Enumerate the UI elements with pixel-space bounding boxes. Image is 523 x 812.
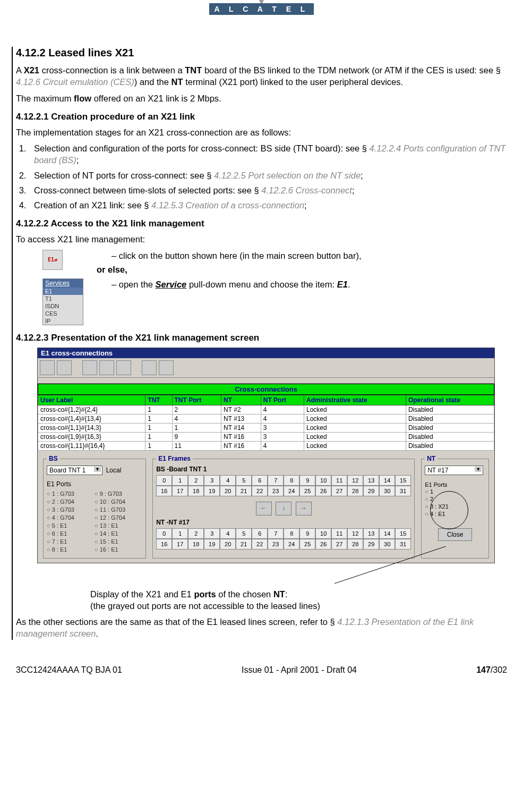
bs-legend: BS	[47, 455, 60, 462]
timeslot-cell[interactable]: 27	[331, 486, 347, 496]
timeslot-cell[interactable]: 15	[395, 475, 411, 486]
section-4-12-2-1-title: 4.12.2.1 Creation procedure of an X21 li…	[16, 112, 507, 122]
bs-port-radio[interactable]: 9 : G703	[95, 490, 142, 498]
toolbar-button[interactable]	[57, 360, 72, 375]
timeslot-cell[interactable]: 24	[284, 486, 299, 496]
timeslot-cell[interactable]: 13	[363, 475, 379, 486]
timeslot-cell[interactable]: 19	[204, 486, 220, 496]
bs-board-select[interactable]: Board TNT 1	[47, 466, 102, 475]
timeslot-cell[interactable]: 29	[363, 486, 379, 496]
timeslot-cell[interactable]: 13	[363, 528, 379, 539]
timeslot-cell[interactable]: 10	[315, 528, 331, 539]
bs-port-radio[interactable]: 4 : G704	[47, 514, 95, 522]
bs-port-radio[interactable]: 3 : G703	[47, 506, 95, 514]
timeslot-cell[interactable]: 26	[315, 486, 331, 496]
close-button[interactable]: Close	[438, 528, 473, 541]
nt-port-radio[interactable]: 1	[425, 488, 485, 495]
toolbar-button[interactable]	[40, 360, 55, 375]
timeslot-cell[interactable]: 25	[299, 486, 315, 496]
timeslot-cell[interactable]: 11	[331, 475, 347, 486]
timeslot-cell[interactable]: 6	[252, 528, 268, 539]
bs-port-radio[interactable]: 2 : G704	[47, 498, 95, 506]
e1-nt-label: NT -NT #17	[156, 519, 411, 526]
timeslot-cell[interactable]: 3	[204, 475, 220, 486]
bs-port-radio[interactable]: 5 : E1	[47, 522, 95, 530]
nt-panel: NT NT #17 E1 Ports 123 : X214 : E1 Close	[421, 455, 489, 559]
timeslot-cell[interactable]: 8	[284, 475, 299, 486]
nt-select[interactable]: NT #17	[425, 466, 483, 475]
timeslot-cell[interactable]: 21	[236, 486, 252, 496]
page-total: /302	[491, 665, 507, 674]
nt-port-radio[interactable]: 3 : X21	[425, 503, 485, 510]
arrow-left-button[interactable]: ←	[256, 502, 272, 515]
bs-port-radio[interactable]: 15 : E1	[95, 538, 142, 546]
footer-right: 147/302	[476, 665, 507, 675]
bs-local-label: Local	[106, 467, 122, 474]
timeslot-cell[interactable]: 4	[220, 528, 236, 539]
timeslot-cell[interactable]: 1	[172, 475, 188, 486]
timeslot-cell[interactable]: 14	[379, 475, 395, 486]
timeslot-cell[interactable]: 18	[188, 486, 204, 496]
table-cell: 4	[261, 415, 304, 424]
step-3: Cross-connect between time-slots of sele…	[29, 184, 507, 196]
para-flow: The maximum flow offered on an X21 link …	[16, 92, 507, 104]
timeslot-cell[interactable]: 8	[284, 528, 299, 539]
timeslot-cell[interactable]: 30	[379, 486, 395, 496]
table-cell: Locked	[304, 415, 406, 424]
table-row[interactable]: cross-co#{1,11}#{16,4}111NT #164LockedDi…	[38, 442, 494, 451]
toolbar-button[interactable]	[142, 360, 157, 375]
bs-port-radio[interactable]: 14 : E1	[95, 530, 142, 538]
timeslot-cell[interactable]: 9	[299, 528, 315, 539]
table-row[interactable]: cross-co#{1,4}#{13,4}14NT #134LockedDisa…	[38, 415, 494, 424]
timeslot-cell[interactable]: 31	[395, 486, 411, 496]
timeslot-cell[interactable]: 17	[172, 486, 188, 496]
nt-port-radio[interactable]: 2	[425, 495, 485, 503]
arrow-right-button[interactable]: →	[296, 502, 312, 515]
timeslot-cell[interactable]: 23	[268, 486, 284, 496]
bs-port-radio[interactable]: 11 : G703	[95, 506, 142, 514]
timeslot-cell[interactable]: 3	[204, 528, 220, 539]
table-row[interactable]: cross-co#{1,9}#{16,3}19NT #163LockedDisa…	[38, 433, 494, 442]
timeslot-cell[interactable]: 0	[156, 475, 172, 486]
table-row[interactable]: cross-co#{1,1}#{14,3}11NT #143LockedDisa…	[38, 424, 494, 433]
bs-port-radio[interactable]: 10 : G704	[95, 498, 142, 506]
toolbar-button[interactable]	[82, 360, 97, 375]
timeslot-cell[interactable]: 10	[315, 475, 331, 486]
timeslot-cell[interactable]: 11	[331, 528, 347, 539]
toolbar-button[interactable]	[159, 360, 174, 375]
timeslot-cell[interactable]: 22	[252, 486, 268, 496]
timeslot-cell[interactable]: 5	[236, 475, 252, 486]
table-cell: NT #14	[221, 424, 261, 433]
timeslot-cell[interactable]: 7	[268, 528, 284, 539]
timeslot-cell[interactable]: 28	[347, 486, 363, 496]
timeslot-cell[interactable]: 16	[156, 486, 172, 496]
bs-port-radio[interactable]: 12 : G704	[95, 514, 142, 522]
bs-port-radio[interactable]: 7 : E1	[47, 538, 95, 546]
table-row[interactable]: cross-co#{1,2}#{2,4}12NT #24LockedDisabl…	[38, 405, 494, 415]
bs-timeslot-grid[interactable]: 0123456789101112131415161718192021222324…	[156, 475, 411, 496]
timeslot-cell[interactable]: 2	[188, 475, 204, 486]
text: The maximum	[16, 94, 74, 103]
timeslot-cell[interactable]: 7	[268, 475, 284, 486]
bs-port-radio[interactable]: 6 : E1	[47, 530, 95, 538]
timeslot-cell[interactable]: 15	[395, 528, 411, 539]
timeslot-cell[interactable]: 4	[220, 475, 236, 486]
column-header: TNT Port	[172, 395, 221, 405]
text: ;	[361, 171, 363, 180]
timeslot-cell[interactable]: 5	[236, 528, 252, 539]
timeslot-cell[interactable]: 1	[172, 528, 188, 539]
timeslot-cell[interactable]: 2	[188, 528, 204, 539]
bs-port-radio[interactable]: 13 : E1	[95, 522, 142, 530]
timeslot-cell[interactable]: 12	[347, 528, 363, 539]
timeslot-cell[interactable]: 14	[379, 528, 395, 539]
timeslot-cell[interactable]: 20	[220, 486, 236, 496]
timeslot-cell[interactable]: 12	[347, 475, 363, 486]
toolbar-button[interactable]	[116, 360, 131, 375]
nt-port-radio[interactable]: 4 : E1	[425, 510, 485, 518]
timeslot-cell[interactable]: 9	[299, 475, 315, 486]
timeslot-cell[interactable]: 0	[156, 528, 172, 539]
bs-port-radio[interactable]: 1 : G703	[47, 490, 95, 498]
arrow-down-button[interactable]: ↓	[276, 502, 291, 515]
toolbar-button[interactable]	[99, 360, 114, 375]
timeslot-cell[interactable]: 6	[252, 475, 268, 486]
